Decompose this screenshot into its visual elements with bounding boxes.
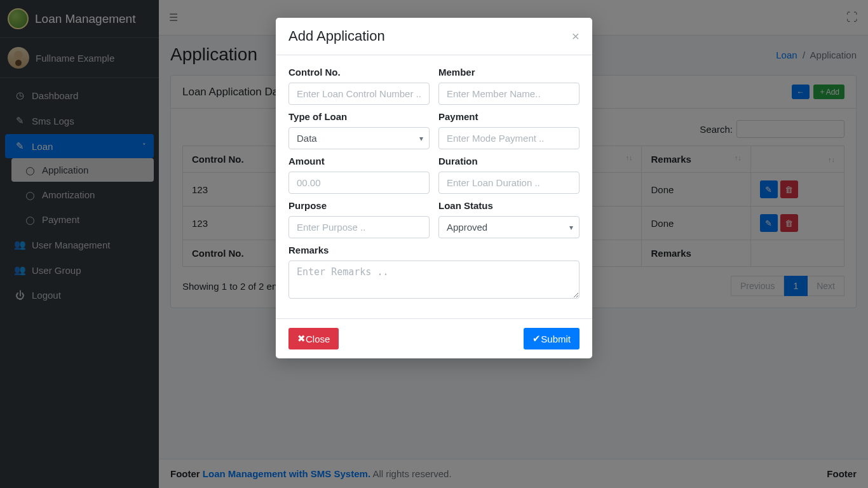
modal-header: Add Application ×	[276, 18, 592, 55]
label-payment: Payment	[438, 111, 580, 122]
input-duration[interactable]	[438, 172, 580, 194]
input-member[interactable]	[438, 83, 580, 105]
label-amount: Amount	[288, 156, 430, 166]
modal-add-application: Add Application × Control No. Member Typ…	[276, 18, 592, 358]
label-purpose: Purpose	[288, 200, 430, 211]
input-payment[interactable]	[438, 127, 580, 149]
label-member: Member	[438, 67, 580, 78]
select-loan-status[interactable]: Approved	[438, 216, 580, 238]
input-purpose[interactable]	[288, 216, 430, 238]
label-duration: Duration	[438, 156, 580, 166]
close-icon[interactable]: ×	[572, 29, 580, 44]
modal-body: Control No. Member Type of Loan Data Pay…	[276, 55, 592, 318]
close-button[interactable]: ✖ Close	[288, 328, 339, 349]
textarea-remarks[interactable]	[288, 261, 580, 299]
input-amount[interactable]	[288, 172, 430, 194]
select-type-of-loan[interactable]: Data	[288, 127, 430, 149]
input-control-no[interactable]	[288, 83, 430, 105]
label-type-of-loan: Type of Loan	[288, 111, 430, 122]
x-icon: ✖	[297, 333, 306, 344]
submit-button[interactable]: ✔ Submit	[524, 328, 580, 349]
modal-title: Add Application	[288, 28, 385, 44]
modal-footer: ✖ Close ✔ Submit	[276, 318, 592, 358]
label-control-no: Control No.	[288, 67, 430, 78]
check-icon: ✔	[532, 333, 541, 344]
label-loan-status: Loan Status	[438, 200, 580, 211]
label-remarks: Remarks	[288, 245, 580, 255]
